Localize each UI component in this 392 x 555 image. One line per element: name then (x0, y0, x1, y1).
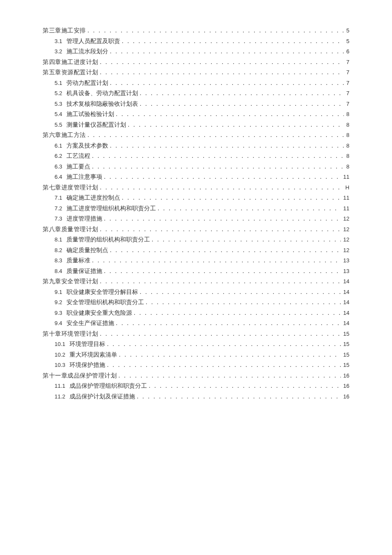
toc-page-number: 8 (346, 151, 349, 162)
toc-entry: 8.2确定质量控制点12 (43, 245, 349, 256)
toc-section-title: 技术复核和隐蔽验收计划表 (66, 99, 138, 110)
toc-section-number: 9.2 (55, 297, 62, 308)
toc-section-title: 第十章环境管理计划 (43, 329, 98, 340)
toc-section-title: 确定质量控制点 (66, 245, 108, 256)
toc-page-number: 5 (346, 36, 349, 47)
toc-page-number: 14 (343, 308, 349, 319)
toc-dot-leader (92, 256, 340, 266)
toc-dot-leader (100, 329, 341, 340)
toc-section-number: 7.1 (55, 193, 62, 203)
toc-section-title: 质量管理的组织机构和职责分工 (66, 235, 150, 245)
toc-section-title: 安全生产保证措施 (66, 318, 114, 329)
toc-section-number: 6.4 (55, 172, 62, 183)
toc-entry: 第四章施工进度计划7 (43, 57, 349, 68)
toc-page-number: 12 (343, 245, 349, 256)
toc-entry: 11.2成品保护计划及保证措施16 (43, 392, 349, 402)
toc-dot-leader (134, 308, 340, 319)
toc-page-number: 13 (343, 256, 349, 266)
toc-section-title: 质量保证措施 (66, 266, 102, 277)
toc-dot-leader (104, 266, 340, 277)
toc-dot-leader (149, 381, 340, 392)
toc-section-title: 安全管理组织机构和职责分工 (66, 297, 144, 308)
toc-section-number: 5.4 (55, 109, 62, 120)
toc-dot-leader (100, 276, 341, 287)
toc-page-number: 14 (343, 318, 349, 329)
toc-section-title: 第十一章成品保护管理计划 (43, 371, 117, 381)
toc-section-title: 第六章施工方法 (43, 130, 86, 141)
toc-entry: 7.1确定施工进度控制点11 (43, 193, 349, 203)
toc-dot-leader (110, 245, 340, 256)
toc-page-number: 6 (346, 46, 349, 57)
toc-entry: 8.4质量保证措施13 (43, 266, 349, 277)
toc-section-number: 8.3 (55, 256, 62, 266)
toc-entry: 5.4施工试验检验计划8 (43, 109, 349, 120)
toc-section-title: 环境管理目标 (69, 339, 105, 350)
toc-section-title: 重大环境因素清单 (69, 350, 117, 360)
toc-dot-leader (137, 392, 340, 402)
toc-section-title: 确定施工进度控制点 (66, 193, 120, 203)
toc-entry: 第十章环境管理计划15 (43, 329, 349, 340)
toc-section-number: 7.2 (55, 203, 62, 214)
toc-dot-leader (122, 193, 340, 203)
toc-entry: 10.3环境保护措施15 (43, 360, 349, 371)
toc-dot-leader (104, 214, 340, 224)
toc-entry: 9.1职业健康安全管理分解目标14 (43, 287, 349, 298)
toc-section-number: 3.2 (55, 46, 62, 57)
toc-section-number: 8.1 (55, 235, 62, 245)
toc-dot-leader (140, 99, 344, 110)
toc-section-number: 8.2 (55, 245, 62, 256)
toc-section-title: 环境保护措施 (69, 360, 105, 371)
toc-section-title: 第七章进度管理计划 (43, 183, 98, 193)
toc-page-number: 12 (343, 224, 349, 235)
toc-section-title: 施工进度管理组织机构和职责分工 (66, 203, 156, 214)
toc-dot-leader (146, 297, 340, 308)
toc-entry: 6.3施工要点8 (43, 162, 349, 172)
toc-dot-leader (88, 26, 344, 36)
toc-page-number: 16 (343, 392, 349, 402)
toc-section-title: 第九章安全管理计划 (43, 276, 98, 287)
toc-section-title: 测量计量仪器配置计划 (66, 120, 126, 131)
toc-entry: 第五章资源配置计划7 (43, 67, 349, 78)
toc-dot-leader (110, 141, 344, 151)
toc-section-title: 第四章施工进度计划 (43, 57, 98, 68)
toc-dot-leader (92, 151, 344, 162)
toc-page-number: 11 (343, 172, 349, 183)
toc-section-title: 成品保护管理组织和职责分工 (69, 381, 147, 392)
toc-dot-leader (100, 57, 344, 68)
toc-page-number: 16 (343, 371, 349, 381)
toc-page-number: 8 (346, 120, 349, 131)
toc-entry: 5.2机具设备、劳动力配置计划7 (43, 88, 349, 99)
toc-section-number: 11.2 (55, 392, 65, 402)
toc-section-number: 5.3 (55, 99, 62, 110)
toc-page-number: 8 (346, 162, 349, 172)
toc-dot-leader (107, 339, 340, 350)
toc-dot-leader (110, 46, 344, 57)
toc-section-title: 劳动力配置计划 (66, 78, 108, 89)
toc-section-number: 11.1 (55, 381, 65, 392)
toc-entry: 第九章安全管理计划14 (43, 276, 349, 287)
toc-entry: 9.3职业健康安全重大危险源14 (43, 308, 349, 319)
toc-section-title: 第八章质量管理计划 (43, 224, 98, 235)
toc-entry: 第三章施工安排5 (43, 26, 349, 36)
toc-page-number: 12 (343, 235, 349, 245)
toc-entry: 11.1成品保护管理组织和职责分工16 (43, 381, 349, 392)
toc-section-title: 第三章施工安排 (43, 26, 86, 36)
toc-section-title: 质量标准 (66, 256, 90, 266)
toc-section-title: 管理人员配置及职责 (66, 36, 120, 47)
table-of-contents: 第三章施工安排53.1管理人员配置及职责53.2施工流水段划分6第四章施工进度计… (43, 26, 349, 402)
toc-section-number: 6.1 (55, 141, 62, 151)
toc-page-number: 15 (343, 350, 349, 360)
toc-entry: 6.1方案及技术参数8 (43, 141, 349, 151)
toc-dot-leader (104, 172, 340, 183)
toc-dot-leader (140, 88, 344, 99)
toc-section-title: 施工流水段划分 (66, 46, 108, 57)
toc-section-title: 职业健康安全重大危险源 (66, 308, 132, 319)
toc-section-title: 工艺流程 (66, 151, 90, 162)
toc-page-number: 7 (346, 67, 349, 78)
toc-section-title: 职业健康安全管理分解目标 (66, 287, 138, 298)
toc-dot-leader (107, 360, 340, 371)
toc-entry: 第七章进度管理计划H (43, 183, 349, 193)
toc-section-title: 成品保护计划及保证措施 (69, 392, 135, 402)
toc-entry: 第十一章成品保护管理计划16 (43, 371, 349, 381)
toc-dot-leader (88, 130, 344, 141)
